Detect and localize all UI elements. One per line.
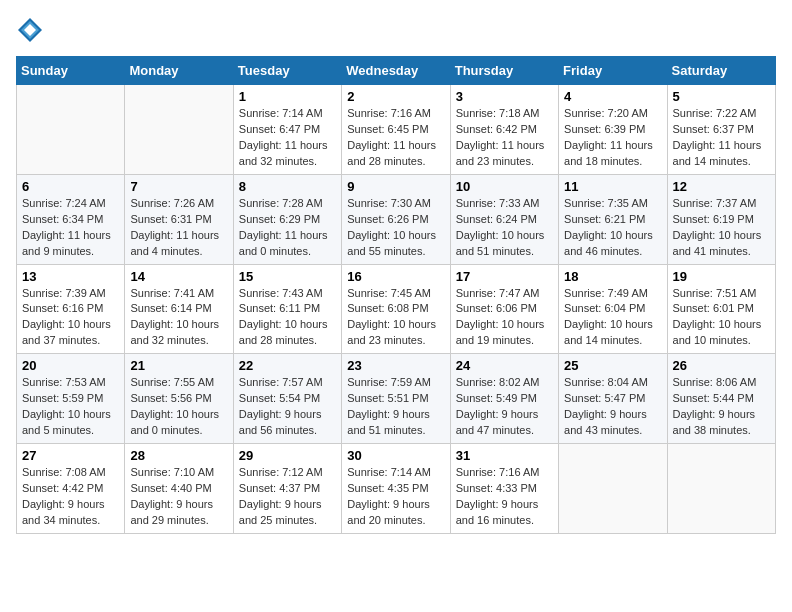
logo-icon: [16, 16, 44, 44]
column-header-friday: Friday: [559, 57, 667, 85]
day-info: Sunrise: 7:08 AMSunset: 4:42 PMDaylight:…: [22, 465, 119, 529]
calendar-cell: 14Sunrise: 7:41 AMSunset: 6:14 PMDayligh…: [125, 264, 233, 354]
calendar-cell: 15Sunrise: 7:43 AMSunset: 6:11 PMDayligh…: [233, 264, 341, 354]
day-info: Sunrise: 7:57 AMSunset: 5:54 PMDaylight:…: [239, 375, 336, 439]
calendar-cell: 22Sunrise: 7:57 AMSunset: 5:54 PMDayligh…: [233, 354, 341, 444]
calendar-cell: 24Sunrise: 8:02 AMSunset: 5:49 PMDayligh…: [450, 354, 558, 444]
page-header: [16, 16, 776, 44]
day-info: Sunrise: 7:16 AMSunset: 4:33 PMDaylight:…: [456, 465, 553, 529]
calendar-cell: 27Sunrise: 7:08 AMSunset: 4:42 PMDayligh…: [17, 444, 125, 534]
day-number: 28: [130, 448, 227, 463]
calendar-cell: 17Sunrise: 7:47 AMSunset: 6:06 PMDayligh…: [450, 264, 558, 354]
calendar-cell: 10Sunrise: 7:33 AMSunset: 6:24 PMDayligh…: [450, 174, 558, 264]
day-number: 7: [130, 179, 227, 194]
day-info: Sunrise: 7:26 AMSunset: 6:31 PMDaylight:…: [130, 196, 227, 260]
calendar-cell: 29Sunrise: 7:12 AMSunset: 4:37 PMDayligh…: [233, 444, 341, 534]
column-header-sunday: Sunday: [17, 57, 125, 85]
calendar-cell: 19Sunrise: 7:51 AMSunset: 6:01 PMDayligh…: [667, 264, 775, 354]
calendar-cell: [17, 85, 125, 175]
day-number: 9: [347, 179, 444, 194]
calendar-cell: 7Sunrise: 7:26 AMSunset: 6:31 PMDaylight…: [125, 174, 233, 264]
calendar-cell: [125, 85, 233, 175]
day-info: Sunrise: 8:06 AMSunset: 5:44 PMDaylight:…: [673, 375, 770, 439]
day-info: Sunrise: 7:41 AMSunset: 6:14 PMDaylight:…: [130, 286, 227, 350]
logo: [16, 16, 46, 44]
calendar-cell: 12Sunrise: 7:37 AMSunset: 6:19 PMDayligh…: [667, 174, 775, 264]
day-info: Sunrise: 7:55 AMSunset: 5:56 PMDaylight:…: [130, 375, 227, 439]
column-header-thursday: Thursday: [450, 57, 558, 85]
day-info: Sunrise: 8:02 AMSunset: 5:49 PMDaylight:…: [456, 375, 553, 439]
calendar-cell: 6Sunrise: 7:24 AMSunset: 6:34 PMDaylight…: [17, 174, 125, 264]
day-number: 19: [673, 269, 770, 284]
day-info: Sunrise: 7:20 AMSunset: 6:39 PMDaylight:…: [564, 106, 661, 170]
day-number: 26: [673, 358, 770, 373]
day-info: Sunrise: 7:47 AMSunset: 6:06 PMDaylight:…: [456, 286, 553, 350]
calendar-cell: 21Sunrise: 7:55 AMSunset: 5:56 PMDayligh…: [125, 354, 233, 444]
day-number: 8: [239, 179, 336, 194]
day-number: 1: [239, 89, 336, 104]
day-number: 24: [456, 358, 553, 373]
calendar-cell: 4Sunrise: 7:20 AMSunset: 6:39 PMDaylight…: [559, 85, 667, 175]
day-number: 2: [347, 89, 444, 104]
column-header-tuesday: Tuesday: [233, 57, 341, 85]
calendar-cell: 23Sunrise: 7:59 AMSunset: 5:51 PMDayligh…: [342, 354, 450, 444]
calendar-cell: 2Sunrise: 7:16 AMSunset: 6:45 PMDaylight…: [342, 85, 450, 175]
day-info: Sunrise: 7:18 AMSunset: 6:42 PMDaylight:…: [456, 106, 553, 170]
calendar-cell: 20Sunrise: 7:53 AMSunset: 5:59 PMDayligh…: [17, 354, 125, 444]
calendar-cell: 28Sunrise: 7:10 AMSunset: 4:40 PMDayligh…: [125, 444, 233, 534]
column-header-monday: Monday: [125, 57, 233, 85]
day-number: 21: [130, 358, 227, 373]
calendar-cell: [559, 444, 667, 534]
calendar-cell: 3Sunrise: 7:18 AMSunset: 6:42 PMDaylight…: [450, 85, 558, 175]
day-number: 25: [564, 358, 661, 373]
day-number: 22: [239, 358, 336, 373]
day-info: Sunrise: 7:53 AMSunset: 5:59 PMDaylight:…: [22, 375, 119, 439]
calendar-cell: 1Sunrise: 7:14 AMSunset: 6:47 PMDaylight…: [233, 85, 341, 175]
day-info: Sunrise: 7:14 AMSunset: 4:35 PMDaylight:…: [347, 465, 444, 529]
day-number: 5: [673, 89, 770, 104]
day-number: 6: [22, 179, 119, 194]
day-info: Sunrise: 7:49 AMSunset: 6:04 PMDaylight:…: [564, 286, 661, 350]
day-info: Sunrise: 7:24 AMSunset: 6:34 PMDaylight:…: [22, 196, 119, 260]
day-number: 17: [456, 269, 553, 284]
day-number: 4: [564, 89, 661, 104]
day-number: 10: [456, 179, 553, 194]
day-number: 31: [456, 448, 553, 463]
calendar-cell: 16Sunrise: 7:45 AMSunset: 6:08 PMDayligh…: [342, 264, 450, 354]
calendar-cell: 30Sunrise: 7:14 AMSunset: 4:35 PMDayligh…: [342, 444, 450, 534]
day-number: 30: [347, 448, 444, 463]
day-info: Sunrise: 7:10 AMSunset: 4:40 PMDaylight:…: [130, 465, 227, 529]
day-number: 11: [564, 179, 661, 194]
calendar-cell: 8Sunrise: 7:28 AMSunset: 6:29 PMDaylight…: [233, 174, 341, 264]
day-info: Sunrise: 7:12 AMSunset: 4:37 PMDaylight:…: [239, 465, 336, 529]
day-number: 20: [22, 358, 119, 373]
day-info: Sunrise: 8:04 AMSunset: 5:47 PMDaylight:…: [564, 375, 661, 439]
day-info: Sunrise: 7:43 AMSunset: 6:11 PMDaylight:…: [239, 286, 336, 350]
calendar-cell: 11Sunrise: 7:35 AMSunset: 6:21 PMDayligh…: [559, 174, 667, 264]
day-number: 18: [564, 269, 661, 284]
day-number: 3: [456, 89, 553, 104]
calendar-table: SundayMondayTuesdayWednesdayThursdayFrid…: [16, 56, 776, 534]
day-number: 12: [673, 179, 770, 194]
calendar-cell: 13Sunrise: 7:39 AMSunset: 6:16 PMDayligh…: [17, 264, 125, 354]
day-number: 16: [347, 269, 444, 284]
calendar-cell: 26Sunrise: 8:06 AMSunset: 5:44 PMDayligh…: [667, 354, 775, 444]
day-info: Sunrise: 7:16 AMSunset: 6:45 PMDaylight:…: [347, 106, 444, 170]
calendar-cell: 31Sunrise: 7:16 AMSunset: 4:33 PMDayligh…: [450, 444, 558, 534]
day-info: Sunrise: 7:14 AMSunset: 6:47 PMDaylight:…: [239, 106, 336, 170]
day-info: Sunrise: 7:35 AMSunset: 6:21 PMDaylight:…: [564, 196, 661, 260]
day-info: Sunrise: 7:45 AMSunset: 6:08 PMDaylight:…: [347, 286, 444, 350]
day-number: 27: [22, 448, 119, 463]
calendar-cell: 25Sunrise: 8:04 AMSunset: 5:47 PMDayligh…: [559, 354, 667, 444]
column-header-saturday: Saturday: [667, 57, 775, 85]
calendar-cell: 5Sunrise: 7:22 AMSunset: 6:37 PMDaylight…: [667, 85, 775, 175]
day-number: 14: [130, 269, 227, 284]
day-info: Sunrise: 7:22 AMSunset: 6:37 PMDaylight:…: [673, 106, 770, 170]
column-header-wednesday: Wednesday: [342, 57, 450, 85]
day-info: Sunrise: 7:59 AMSunset: 5:51 PMDaylight:…: [347, 375, 444, 439]
calendar-cell: 9Sunrise: 7:30 AMSunset: 6:26 PMDaylight…: [342, 174, 450, 264]
day-number: 13: [22, 269, 119, 284]
day-info: Sunrise: 7:33 AMSunset: 6:24 PMDaylight:…: [456, 196, 553, 260]
day-number: 29: [239, 448, 336, 463]
day-info: Sunrise: 7:37 AMSunset: 6:19 PMDaylight:…: [673, 196, 770, 260]
